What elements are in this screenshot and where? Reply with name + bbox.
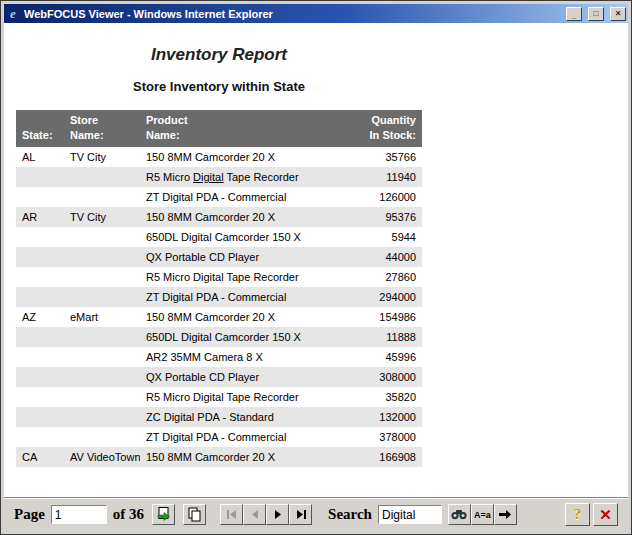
quantity-cell: 308000 — [338, 367, 422, 387]
table-row: ARTV City150 8MM Camcorder 20 X95376 — [16, 207, 422, 227]
store-cell — [64, 167, 140, 187]
report-title: Inventory Report — [16, 45, 422, 65]
store-cell — [64, 187, 140, 207]
titlebar[interactable]: e WebFOCUS Viewer - Windows Internet Exp… — [4, 4, 628, 23]
next-page-button[interactable] — [266, 504, 289, 525]
quantity-cell: 154986 — [338, 307, 422, 327]
previous-page-button[interactable] — [243, 504, 266, 525]
close-viewer-button[interactable]: ✕ — [593, 503, 618, 526]
state-cell — [16, 367, 64, 387]
state-cell — [16, 247, 64, 267]
quantity-cell: 11940 — [338, 167, 422, 187]
quantity-cell: 44000 — [338, 247, 422, 267]
state-cell: AZ — [16, 307, 64, 327]
store-cell: eMart — [64, 307, 140, 327]
goto-page-button[interactable] — [152, 504, 175, 525]
table-header-row: State:StoreName:ProductName:QuantityIn S… — [16, 110, 422, 147]
product-cell: 150 8MM Camcorder 20 X — [140, 447, 338, 467]
copy-page-button[interactable] — [183, 504, 206, 525]
page-label: Page — [14, 506, 45, 523]
quantity-cell: 27860 — [338, 267, 422, 287]
viewer-toolbar: Page of 36 — [4, 497, 628, 531]
product-cell: R5 Micro Digital Tape Recorder — [140, 167, 338, 187]
table-row: ZT Digital PDA - Commercial126000 — [16, 187, 422, 207]
store-cell — [64, 427, 140, 447]
table-row: QX Portable CD Player308000 — [16, 367, 422, 387]
help-button[interactable]: ? — [565, 503, 590, 526]
state-cell — [16, 327, 64, 347]
product-cell: 650DL Digital Camcorder 150 X — [140, 327, 338, 347]
state-cell — [16, 267, 64, 287]
quantity-cell: 35820 — [338, 387, 422, 407]
window-title: WebFOCUS Viewer - Windows Internet Explo… — [24, 8, 560, 20]
product-cell: ZT Digital PDA - Commercial — [140, 427, 338, 447]
store-cell: AV VideoTown — [64, 447, 140, 467]
maximize-button[interactable]: □ — [588, 7, 604, 21]
next-page-icon — [272, 510, 284, 519]
store-cell — [64, 327, 140, 347]
state-cell: AL — [16, 147, 64, 167]
product-cell: 150 8MM Camcorder 20 X — [140, 207, 338, 227]
table-row: R5 Micro Digital Tape Recorder11940 — [16, 167, 422, 187]
report-content: Inventory Report Store Inventory within … — [4, 23, 628, 497]
store-cell — [64, 247, 140, 267]
product-cell: QX Portable CD Player — [140, 247, 338, 267]
page-input[interactable] — [51, 505, 107, 524]
table-row: 650DL Digital Camcorder 150 X11888 — [16, 327, 422, 347]
close-red-x-icon: ✕ — [599, 506, 612, 524]
internet-explorer-icon: e — [6, 7, 20, 20]
last-page-button[interactable] — [289, 504, 312, 525]
state-cell — [16, 287, 64, 307]
state-cell — [16, 427, 64, 447]
product-cell: 150 8MM Camcorder 20 X — [140, 147, 338, 167]
column-header: State: — [16, 110, 64, 147]
table-row: AZeMart150 8MM Camcorder 20 X154986 — [16, 307, 422, 327]
quantity-cell: 166908 — [338, 447, 422, 467]
previous-page-icon — [249, 510, 261, 519]
help-icon: ? — [574, 506, 582, 523]
page-count-label: of 36 — [113, 506, 144, 523]
report-table: State:StoreName:ProductName:QuantityIn S… — [16, 110, 422, 467]
arrow-right-icon — [498, 509, 512, 520]
state-cell: CA — [16, 447, 64, 467]
find-button[interactable] — [448, 504, 471, 525]
search-next-button[interactable] — [494, 504, 517, 525]
quantity-cell: 95376 — [338, 207, 422, 227]
table-row: ZT Digital PDA - Commercial294000 — [16, 287, 422, 307]
product-cell: AR2 35MM Camera 8 X — [140, 347, 338, 367]
quantity-cell: 5944 — [338, 227, 422, 247]
product-cell: 150 8MM Camcorder 20 X — [140, 307, 338, 327]
search-match-highlight: Digital — [193, 171, 224, 183]
close-button[interactable]: ✕ — [610, 7, 626, 21]
match-case-button[interactable]: A=a — [471, 504, 494, 525]
match-case-icon: A=a — [474, 510, 491, 520]
binoculars-icon — [451, 509, 467, 520]
webfocus-viewer-window: e WebFOCUS Viewer - Windows Internet Exp… — [0, 0, 632, 535]
quantity-cell: 132000 — [338, 407, 422, 427]
table-row: R5 Micro Digital Tape Recorder27860 — [16, 267, 422, 287]
store-cell — [64, 387, 140, 407]
product-cell: QX Portable CD Player — [140, 367, 338, 387]
product-cell: 650DL Digital Camcorder 150 X — [140, 227, 338, 247]
minimize-button[interactable]: _ — [566, 7, 582, 21]
product-cell: ZC Digital PDA - Standard — [140, 407, 338, 427]
state-cell — [16, 167, 64, 187]
store-cell — [64, 227, 140, 247]
toolbar-end-group: ? ✕ — [565, 503, 618, 526]
state-cell — [16, 347, 64, 367]
store-cell — [64, 267, 140, 287]
store-cell — [64, 347, 140, 367]
state-cell — [16, 227, 64, 247]
state-cell — [16, 407, 64, 427]
search-label: Search — [328, 506, 372, 523]
table-row: ZC Digital PDA - Standard132000 — [16, 407, 422, 427]
table-row: R5 Micro Digital Tape Recorder35820 — [16, 387, 422, 407]
page-green-arrow-icon — [156, 507, 171, 522]
first-page-button[interactable] — [220, 504, 243, 525]
state-cell — [16, 387, 64, 407]
search-input[interactable] — [378, 505, 442, 524]
table-row: QX Portable CD Player44000 — [16, 247, 422, 267]
product-cell: ZT Digital PDA - Commercial — [140, 287, 338, 307]
store-cell — [64, 407, 140, 427]
table-row: AR2 35MM Camera 8 X45996 — [16, 347, 422, 367]
